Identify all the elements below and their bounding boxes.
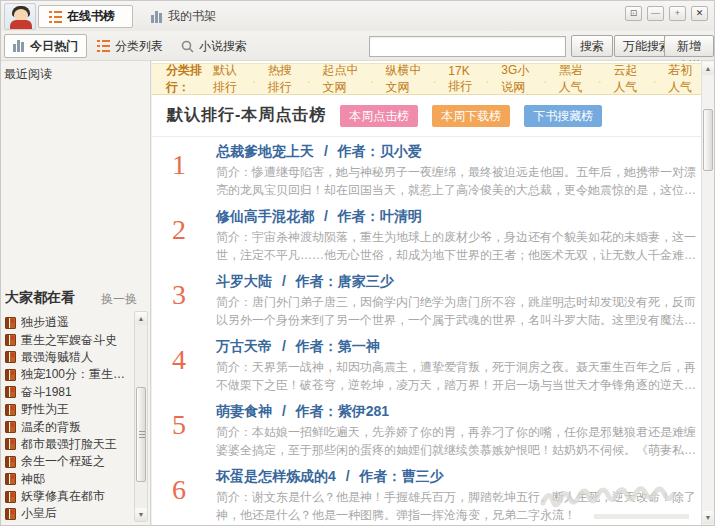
book-title: 独宠100分：重生之学霸...: [21, 366, 132, 383]
everyone-watching-title: 大家都在看: [5, 289, 75, 307]
link-separator: 、: [652, 72, 662, 86]
category-link[interactable]: 默认排行: [213, 62, 246, 96]
main-content: 分类排行： 默认排行 、 热搜排行 、 起点中文网 、 纵横中文网 、 17K排…: [152, 61, 714, 525]
book-author: 作者：紫伊281: [296, 403, 389, 419]
book-description: 简介：宇宙杀神渡劫陨落，重生为地球上的废材少爷，身边还有个貌美如花的未婚妻，这一…: [216, 228, 701, 264]
scroll-up-icon[interactable]: ▲: [702, 62, 714, 75]
table-row[interactable]: 3 斗罗大陆 / 作者：唐家三少 简介：唐门外门弟子唐三，因偷学内门绝学为唐门所…: [152, 267, 701, 332]
ranking-book-list: 1 总裁爹地宠上天 / 作者：贝小爱 简介：惨遭继母陷害，她与神秘男子一夜缠绵，…: [152, 137, 701, 525]
book-title: 余生一个程延之: [21, 453, 105, 470]
category-link[interactable]: 热搜排行: [268, 62, 301, 96]
book-title-link[interactable]: 萌妻食神: [216, 403, 272, 419]
close-button[interactable]: ✕: [691, 6, 708, 21]
book-author: 作者：贝小爱: [338, 143, 422, 159]
book-title-link[interactable]: 坏蛋是怎样炼成的4: [216, 468, 336, 484]
table-row[interactable]: 1 总裁爹地宠上天 / 作者：贝小爱 简介：惨遭继母陷害，她与神秘男子一夜缠绵，…: [152, 137, 701, 202]
table-row[interactable]: 4 万古天帝 / 作者：第一神 简介：天界第一战神，却因功高震主，遭挚爱背叛，死…: [152, 332, 701, 397]
category-link[interactable]: 3G小说网: [501, 62, 536, 96]
table-row[interactable]: 2 修仙高手混花都 / 作者：叶清明 简介：宇宙杀神渡劫陨落，重生为地球上的废材…: [152, 202, 701, 267]
rank-number: 6: [172, 474, 212, 506]
list-item[interactable]: 重生之军嫂奋斗史: [5, 331, 132, 348]
book-title-link[interactable]: 万古天帝: [216, 338, 272, 354]
title-author-separator: /: [346, 468, 350, 484]
book-description: 简介：谢文东是什么？他是神！手握雄兵百万，脚踏乾坤五行。断人生死，逆天改命！除了…: [216, 488, 701, 524]
book-title: 独步逍遥: [21, 314, 69, 331]
table-row[interactable]: 6 坏蛋是怎样炼成的4 / 作者：曹三少 简介：谢文东是什么？他是神！手握雄兵百…: [152, 462, 701, 525]
book-title: 最强海贼猎人: [21, 349, 93, 366]
scroll-down-icon[interactable]: ▼: [135, 508, 147, 521]
list-item[interactable]: 神邸: [5, 471, 132, 488]
list-item[interactable]: 奋斗1981: [5, 384, 132, 401]
book-description: 简介：唐门外门弟子唐三，因偷学内门绝学为唐门所不容，跳崖明志时却发现没有死，反而…: [216, 293, 701, 329]
skin-button[interactable]: ⊡: [625, 6, 642, 21]
tab-my-shelf[interactable]: 我的书架: [141, 5, 226, 28]
table-row[interactable]: 5 萌妻食神 / 作者：紫伊281 简介：本姑娘一招鲜吃遍天，先养娇了你的胃，再…: [152, 397, 701, 462]
novel-search-button[interactable]: 小说搜索: [173, 34, 255, 58]
list-item[interactable]: 独步逍遥: [5, 314, 132, 331]
book-icon: [5, 508, 16, 520]
book-author: 作者：第一神: [296, 338, 380, 354]
rank-number: 4: [172, 344, 212, 376]
list-item[interactable]: 温柔的背叛: [5, 418, 132, 435]
list-item[interactable]: 余生一个程延之: [5, 453, 132, 470]
scroll-up-icon[interactable]: ▲: [135, 312, 147, 325]
sidebar-scrollbar[interactable]: ▲ ▼: [134, 311, 148, 522]
book-title-link[interactable]: 修仙高手混花都: [216, 208, 314, 224]
minimize-button[interactable]: —: [647, 6, 664, 21]
book-description: 简介：本姑娘一招鲜吃遍天，先养娇了你的胃，再养刁了你的嘴，任你是邪魅狼君还是难缠…: [216, 423, 701, 459]
avatar-body: [10, 20, 32, 30]
tab-online-ranking[interactable]: 在线书榜: [38, 5, 133, 28]
book-icon: [5, 473, 16, 485]
tab-online-label: 在线书榜: [67, 8, 115, 25]
title-author-separator: /: [324, 143, 328, 159]
title-bar: 在线书榜 我的书架 ⊡ — + ✕: [1, 1, 714, 31]
ranking-title: 默认排行-本周点击榜: [167, 105, 326, 126]
today-hot-button[interactable]: 今日热门: [4, 34, 87, 58]
ranking-tab-button[interactable]: 下书搜藏榜: [524, 105, 602, 127]
category-link[interactable]: 纵横中文网: [385, 62, 426, 96]
category-link[interactable]: 黑岩人气: [559, 62, 592, 96]
book-icon: [5, 386, 16, 398]
add-novel-button[interactable]: 新增小说: [664, 35, 714, 57]
ranking-tabs: 本周点击榜 本周下载榜 下书搜藏榜: [326, 105, 602, 127]
search-button[interactable]: 搜索: [571, 35, 613, 57]
category-ranking-label: 分类排行：: [166, 62, 207, 96]
book-title-link[interactable]: 总裁爹地宠上天: [216, 143, 314, 159]
scrollbar-thumb[interactable]: [136, 387, 146, 482]
tab-shelf-label: 我的书架: [168, 8, 216, 25]
today-hot-label: 今日热门: [30, 38, 78, 55]
main-scrollbar[interactable]: ▲ ▼: [701, 61, 714, 525]
list-item[interactable]: 都市最强打脸天王: [5, 436, 132, 453]
book-icon: [5, 317, 16, 329]
refresh-list-link[interactable]: 换一换: [101, 291, 137, 308]
book-title: 野性为王: [21, 401, 69, 418]
ranking-tab-button[interactable]: 本周下载榜: [432, 105, 510, 127]
book-icon: [5, 491, 16, 503]
book-icon: [5, 456, 16, 468]
link-separator: 、: [485, 72, 495, 86]
scrollbar-thumb[interactable]: [703, 109, 713, 171]
user-avatar[interactable]: [4, 3, 36, 30]
list-item[interactable]: 小皇后: [5, 505, 132, 522]
search-input[interactable]: [369, 36, 566, 57]
book-description: 简介：惨遭继母陷害，她与神秘男子一夜缠绵，最终被迫远走他国。五年后，她携带一对漂…: [216, 163, 701, 199]
recent-reading-title: 最近阅读: [4, 66, 52, 83]
category-list-button[interactable]: 分类列表: [89, 34, 171, 58]
list-item[interactable]: 独宠100分：重生之学霸...: [5, 366, 132, 383]
list-item[interactable]: 最强海贼猎人: [5, 349, 132, 366]
book-title: 重生之军嫂奋斗史: [21, 332, 117, 349]
ranking-tab-button[interactable]: 本周点击榜: [340, 105, 418, 127]
category-link[interactable]: 17K排行: [448, 64, 479, 95]
maximize-button[interactable]: +: [669, 6, 686, 21]
category-link[interactable]: 起点中文网: [322, 62, 363, 96]
book-title-link[interactable]: 斗罗大陆: [216, 273, 272, 289]
scroll-down-icon[interactable]: ▼: [702, 511, 714, 524]
search-icon: [181, 40, 194, 53]
app-window: 在线书榜 我的书架 ⊡ — + ✕ 今日热门: [0, 0, 715, 526]
category-link[interactable]: 云起人气: [614, 62, 647, 96]
category-link[interactable]: 若初人气: [668, 62, 701, 96]
novel-search-label: 小说搜索: [199, 38, 247, 55]
list-item[interactable]: 野性为王: [5, 401, 132, 418]
list-item[interactable]: 妖孽修真在都市: [5, 488, 132, 505]
book-icon: [5, 421, 16, 433]
